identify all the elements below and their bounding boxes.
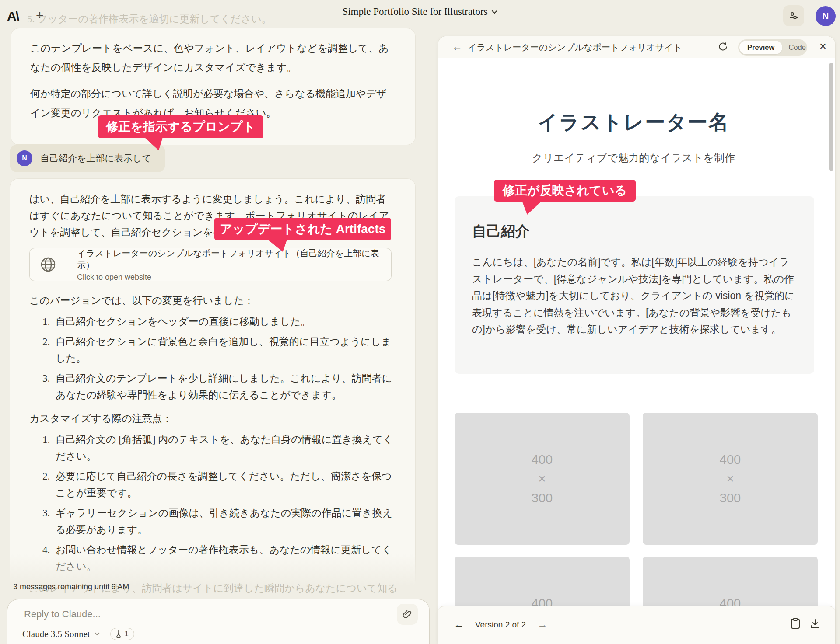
sliders-icon (788, 10, 799, 21)
clipboard-icon (791, 618, 800, 629)
placeholder-width: 400 (720, 450, 741, 469)
panel-scrollbar[interactable] (829, 63, 833, 171)
artifact-link-card[interactable]: イラストレーターのシンプルなポートフォリオサイト（自己紹介を上部に表示） Cli… (29, 248, 392, 281)
composer: Reply to Claude... Claude 3.5 Sonnet 1 (7, 599, 430, 644)
refresh-button[interactable] (718, 42, 728, 52)
model-selector[interactable]: Claude 3.5 Sonnet (22, 629, 90, 640)
refresh-icon (718, 42, 728, 52)
annotation-applied-callout: 修正が反映されている (494, 180, 636, 202)
artifact-subtitle: Click to open website (77, 273, 391, 282)
placeholder-width: 400 (532, 450, 553, 469)
beaker-icon (116, 630, 122, 638)
globe-icon (40, 256, 56, 273)
artifact-panel: ← イラストレーターのシンプルなポートフォリオサイト Preview Code … (438, 36, 836, 644)
list-item: 3.ギャラリーセクションの画像は、引き続きあなたの実際の作品に置き換える必要があ… (42, 505, 396, 538)
placeholder-width: 400 (720, 594, 741, 606)
tab-preview[interactable]: Preview (739, 41, 782, 54)
next-version-button[interactable]: → (537, 619, 547, 630)
close-panel-button[interactable]: × (819, 40, 826, 53)
preview-code-toggle: Preview Code (738, 39, 807, 56)
gallery-placeholder-image: 400 × 300 (643, 557, 818, 606)
settings-button[interactable] (783, 5, 804, 26)
notes-list: 1.自己紹介文の [角括弧] 内のテキストを、あなた自身の情報に置き換えてくださ… (42, 432, 396, 575)
artifact-panel-header: ← イラストレーターのシンプルなポートフォリオサイト Preview Code … (438, 36, 835, 58)
site-tagline: クリエイティブで魅力的なイラストを制作 (438, 151, 829, 165)
chevron-down-icon (94, 632, 100, 636)
site-hero-title: イラストレーター名 (438, 109, 829, 136)
tab-code[interactable]: Code (782, 43, 812, 52)
list-item: 3.自己紹介文のテンプレートを少し詳細にしました。これにより、訪問者にあなたの経… (42, 370, 396, 404)
feature-preview-pill[interactable]: 1 (110, 628, 134, 640)
paperclip-icon (402, 609, 413, 620)
list-item: 1.自己紹介文の [角括弧] 内のテキストを、あなた自身の情報に置き換えてくださ… (42, 432, 396, 465)
conversation-title: Simple Portfolio Site for Illustrators (342, 6, 487, 17)
gallery-placeholder-image: 400 × 300 (455, 557, 630, 606)
changes-list: 1.自己紹介セクションをヘッダーの直後に移動しました。 2.自己紹介セクションに… (42, 313, 396, 404)
back-button[interactable]: ← (452, 41, 462, 53)
scrolled-previous-text: 5. フッターの著作権表示を適切に更新してください。 (27, 12, 271, 26)
download-button[interactable] (810, 618, 820, 629)
notes-intro: カスタマイズする際の注意点： (29, 411, 396, 427)
beaker-count: 1 (125, 630, 129, 638)
placeholder-height: 300 (532, 488, 553, 508)
list-item: 2.自己紹介セクションに背景色と余白を追加し、視覚的に目立つようにしました。 (42, 334, 396, 367)
message-limit-note: 3 messages remaining until 6 AM (13, 582, 129, 592)
gallery-placeholder-image: 400 × 300 (643, 413, 818, 545)
placeholder-width: 400 (532, 594, 553, 606)
version-label: Version 2 of 2 (475, 620, 526, 630)
previous-version-button[interactable]: ← (454, 619, 464, 630)
gallery-placeholder-image: 400 × 300 (455, 413, 630, 545)
site-about-heading: 自己紹介 (472, 222, 797, 241)
site-about-section: 自己紹介 こんにちは、[あなたの名前]です。私は[年数]年以上の経験を持つイラス… (455, 196, 814, 374)
conversation-title-menu[interactable]: Simple Portfolio Site for Illustrators (342, 6, 497, 17)
changes-intro: このバージョンでは、以下の変更を行いました： (29, 292, 396, 309)
chevron-down-icon (492, 10, 498, 14)
site-about-text: こんにちは、[あなたの名前]です。私は[年数]年以上の経験を持つイラストレーター… (472, 254, 799, 338)
app-window: A\ + Simple Portfolio Site for Illustrat… (0, 0, 840, 644)
reply-input[interactable]: Reply to Claude... (24, 609, 101, 620)
user-avatar-small: N (17, 150, 32, 166)
remaining-link[interactable]: remaining (58, 582, 92, 591)
placeholder-times: × (532, 469, 553, 488)
list-item: 2.必要に応じて自己紹介の長さを調整してください。ただし、簡潔さを保つことが重要… (42, 468, 396, 501)
download-icon (810, 618, 820, 629)
annotation-artifact-callout: アップデートされた Artifacts (214, 218, 391, 240)
user-message-text: 自己紹介を上部に表示して (40, 152, 151, 164)
copy-button[interactable] (791, 618, 800, 629)
artifact-panel-footer: ← Version 2 of 2 → (438, 606, 835, 644)
site-preview: イラストレーター名 クリエイティブで魅力的なイラストを制作 修正が反映されている… (438, 58, 835, 606)
claude-logo-icon[interactable]: A\ (7, 9, 18, 24)
assistant-paragraph: このテンプレートをベースに、色やフォント、レイアウトなどを調整して、あなたの個性… (30, 39, 396, 77)
list-item: 1.自己紹介セクションをヘッダーの直後に移動しました。 (42, 313, 396, 330)
attach-button[interactable] (397, 604, 418, 625)
placeholder-height: 300 (720, 488, 741, 508)
text-caret (21, 607, 21, 620)
artifact-title: イラストレーターのシンプルなポートフォリオサイト（自己紹介を上部に表示） (77, 248, 391, 271)
annotation-prompt-callout: 修正を指示するプロンプト (98, 115, 263, 138)
placeholder-times: × (720, 469, 741, 488)
artifact-panel-title: イラストレーターのシンプルなポートフォリオサイト (468, 42, 682, 53)
user-message: N 自己紹介を上部に表示して (10, 144, 165, 172)
user-avatar[interactable]: N (816, 6, 836, 26)
